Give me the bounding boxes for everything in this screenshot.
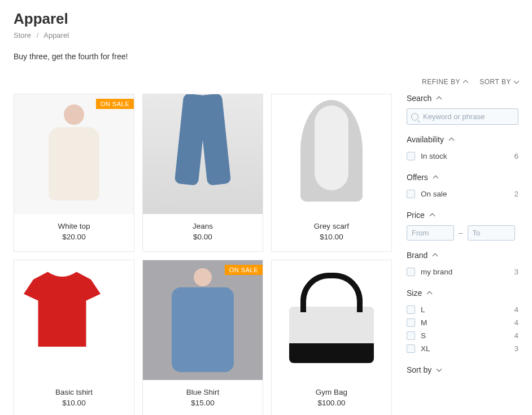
breadcrumb-store[interactable]: Store (14, 31, 31, 40)
checkbox-icon (407, 344, 415, 353)
chevron-up-icon (433, 254, 438, 259)
search-input[interactable] (407, 108, 518, 125)
promo-text: Buy three, get the fourth for free! (14, 52, 518, 61)
chevron-up-icon (427, 291, 433, 297)
product-card[interactable]: Grey scarf $10.00 (271, 94, 392, 252)
product-image (272, 260, 391, 380)
product-price: $10.00 (20, 399, 128, 407)
filter-offers-header[interactable]: Offers (407, 173, 518, 182)
filter-option-label: On sale (421, 190, 514, 198)
product-card[interactable]: Jeans $0.00 (142, 94, 263, 252)
filter-sortby: Sort by (407, 365, 518, 374)
filter-brand-title: Brand (407, 251, 428, 260)
checkbox-icon (407, 152, 415, 160)
price-to-input[interactable] (468, 225, 515, 241)
filter-price-header[interactable]: Price (407, 211, 518, 220)
chevron-up-icon (437, 97, 442, 102)
search-icon (411, 113, 418, 120)
filter-brand-header[interactable]: Brand (407, 251, 518, 260)
on-sale-badge: ON SALE (96, 99, 134, 109)
filter-option-label: my brand (421, 268, 514, 276)
filter-option-label: L (421, 305, 514, 314)
price-range-dash: – (459, 229, 463, 237)
filter-offers-title: Offers (407, 173, 428, 182)
filter-option-on-sale[interactable]: On sale 2 (407, 187, 518, 200)
product-image (143, 94, 263, 214)
filter-search-title: Search (407, 94, 431, 103)
refine-by-toggle[interactable]: REFINE BY (422, 78, 468, 86)
sort-by-toggle[interactable]: SORT BY (479, 78, 518, 86)
product-image: ON SALE (143, 260, 263, 380)
checkbox-icon (407, 318, 415, 327)
checkbox-icon (407, 331, 415, 340)
filter-search: Search (407, 94, 518, 125)
price-from-input[interactable] (407, 225, 454, 241)
filter-option-count: 4 (514, 331, 518, 340)
filter-option-label: S (421, 331, 514, 340)
product-name: Jeans (149, 222, 257, 230)
chevron-down-icon (514, 78, 520, 84)
filter-option-size-l[interactable]: L 4 (407, 303, 518, 316)
breadcrumb: Store / Apparel (14, 31, 518, 40)
product-card[interactable]: ON SALE Blue Shirt $15.00 (142, 260, 263, 415)
filter-option-size-m[interactable]: M 4 (407, 316, 518, 329)
sort-by-label: SORT BY (479, 78, 511, 86)
product-price: $100.00 (277, 399, 386, 407)
chevron-up-icon (463, 80, 468, 86)
filter-option-count: 3 (514, 344, 518, 353)
filter-size-header[interactable]: Size (407, 289, 518, 298)
on-sale-badge: ON SALE (225, 265, 263, 275)
chevron-up-icon (433, 176, 438, 181)
product-grid: ON SALE White top $20.00 Jeans $0.00 Gre… (14, 94, 392, 415)
filter-price-title: Price (407, 211, 425, 220)
filter-size: Size L 4 M 4 S 4 (407, 289, 518, 355)
filter-option-label: XL (421, 344, 514, 353)
filter-option-count: 4 (514, 305, 518, 314)
chevron-up-icon (448, 138, 454, 143)
breadcrumb-current: Apparel (43, 31, 69, 40)
filter-offers: Offers On sale 2 (407, 173, 518, 200)
product-card[interactable]: ON SALE White top $20.00 (14, 94, 134, 252)
filter-option-label: In stock (421, 152, 514, 160)
product-card[interactable]: Gym Bag $100.00 (271, 260, 392, 415)
listing-toolbar: REFINE BY SORT BY (14, 78, 518, 94)
filter-brand: Brand my brand 3 (407, 251, 518, 278)
product-image: ON SALE (14, 94, 134, 214)
filter-option-count: 4 (514, 318, 518, 327)
product-price: $20.00 (20, 233, 128, 241)
checkbox-icon (407, 190, 415, 198)
chevron-up-icon (429, 213, 435, 219)
filter-sortby-title: Sort by (407, 365, 431, 374)
checkbox-icon (407, 305, 415, 314)
product-name: Blue Shirt (149, 388, 257, 396)
chevron-down-icon (437, 366, 442, 372)
filter-size-title: Size (407, 289, 422, 298)
product-name: Gym Bag (277, 388, 386, 396)
product-card[interactable]: Basic tshirt $10.00 (14, 260, 134, 415)
filter-availability-title: Availability (407, 135, 444, 144)
filter-option-my-brand[interactable]: my brand 3 (407, 265, 518, 278)
filter-availability: Availability In stock 6 (407, 135, 518, 163)
product-image (272, 94, 391, 214)
filter-price: Price – (407, 211, 518, 241)
product-name: Grey scarf (277, 222, 386, 230)
filter-option-size-s[interactable]: S 4 (407, 329, 518, 342)
filter-availability-header[interactable]: Availability (407, 135, 518, 144)
page-title: Apparel (14, 10, 518, 28)
filter-sortby-header[interactable]: Sort by (407, 365, 518, 374)
filter-option-in-stock[interactable]: In stock 6 (407, 150, 518, 163)
filter-option-count: 6 (514, 152, 518, 160)
filter-option-label: M (421, 318, 514, 327)
filter-option-count: 2 (514, 190, 518, 198)
product-price: $10.00 (277, 233, 386, 241)
filter-sidebar: Search Availability In stock 6 (407, 94, 518, 385)
product-name: White top (20, 222, 128, 230)
product-price: $15.00 (149, 399, 257, 407)
filter-search-header[interactable]: Search (407, 94, 518, 103)
product-price: $0.00 (149, 233, 257, 241)
checkbox-icon (407, 268, 415, 276)
refine-by-label: REFINE BY (422, 78, 460, 86)
filter-option-count: 3 (514, 268, 518, 276)
filter-option-size-xl[interactable]: XL 3 (407, 342, 518, 355)
product-image (14, 260, 134, 380)
